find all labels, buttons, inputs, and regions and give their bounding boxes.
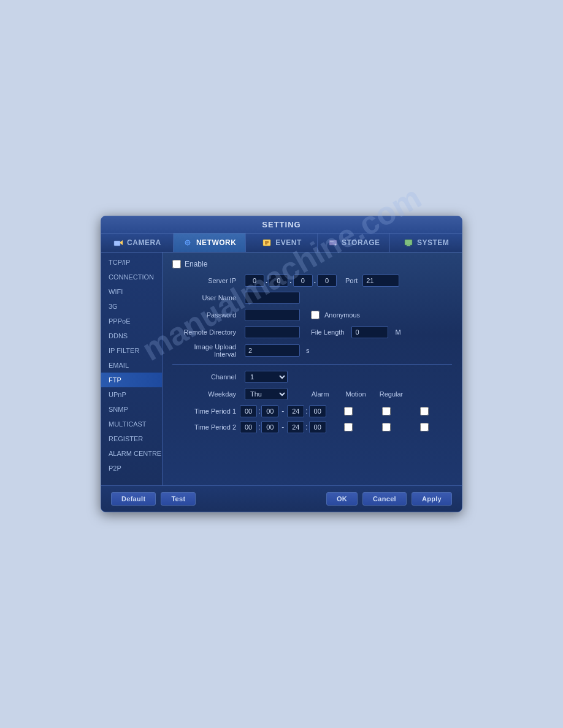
sidebar-item-3g[interactable]: 3G [101, 299, 162, 314]
password-input[interactable] [245, 309, 300, 321]
default-button[interactable]: Default [111, 492, 156, 506]
weekday-select[interactable]: Thu Mon Tue Wed Fri Sat Sun [245, 388, 288, 400]
alarm-col-header: Alarm [305, 390, 335, 398]
sidebar-item-email[interactable]: EMAIL [101, 358, 162, 373]
tp2-end-h[interactable] [287, 421, 304, 433]
sidebar-item-register[interactable]: REGISTER [101, 431, 162, 446]
bottom-bar: Default Test OK Cancel Apply [101, 485, 462, 512]
server-ip-input: . . . [245, 275, 337, 287]
port-input[interactable] [362, 275, 399, 287]
sidebar-item-snmp[interactable]: SNMP [101, 402, 162, 417]
tp1-motion-cell [373, 407, 400, 415]
sidebar-item-tcp-ip[interactable]: TCP/IP [101, 255, 162, 270]
tab-storage[interactable]: STORAGE [318, 233, 390, 252]
port-label: Port [345, 277, 358, 284]
ip-octet-3[interactable] [293, 275, 313, 287]
svg-rect-0 [114, 241, 120, 246]
ip-dot-2: . [289, 276, 291, 285]
sidebar: TCP/IP CONNECTION WIFI 3G PPPoE [101, 252, 163, 485]
ip-dot-1: . [266, 276, 267, 285]
ftp-settings-form: Enable Server IP . . . [163, 252, 462, 485]
time-period-2-label: Time Period 2 [172, 423, 240, 431]
btn-group-right: OK Cancel Apply [326, 492, 452, 506]
svg-rect-12 [330, 241, 334, 242]
sidebar-item-alarm-centre[interactable]: ALARM CENTRE [101, 446, 162, 461]
tab-event[interactable]: EVENT [246, 233, 318, 252]
apply-button[interactable]: Apply [412, 492, 452, 506]
tp1-alarm-cell [335, 407, 362, 415]
tp2-motion-checkbox[interactable] [382, 423, 391, 431]
sidebar-item-ddns[interactable]: DDNS [101, 328, 162, 343]
sidebar-item-connection[interactable]: CONNECTION [101, 270, 162, 284]
sidebar-item-upnp[interactable]: UPnP [101, 387, 162, 402]
storage-icon [327, 238, 339, 247]
tp2-end-m[interactable] [309, 421, 326, 433]
remote-dir-input[interactable] [245, 326, 300, 338]
enable-checkbox[interactable] [172, 260, 181, 268]
svg-point-11 [334, 244, 336, 246]
channel-select[interactable]: 1 [245, 371, 288, 383]
ip-octet-4[interactable] [317, 275, 337, 287]
username-input[interactable] [245, 292, 300, 304]
ip-dot-3: . [314, 276, 316, 285]
test-button[interactable]: Test [161, 492, 196, 506]
sidebar-item-p2p[interactable]: P2P [101, 461, 162, 476]
motion-col-header: Motion [340, 390, 371, 398]
sidebar-item-ftp[interactable]: FTP [101, 373, 162, 387]
tab-camera[interactable]: CAMERA [101, 233, 174, 252]
time-period-2-range: : - : [240, 421, 326, 433]
tp1-start-h[interactable] [240, 405, 257, 417]
tp1-motion-checkbox[interactable] [382, 407, 391, 415]
image-upload-input[interactable] [245, 344, 300, 357]
tab-network[interactable]: NETWORK [174, 233, 246, 252]
server-ip-row: Server IP . . . Port [172, 275, 452, 287]
tp1-end-h[interactable] [287, 405, 304, 417]
svg-rect-14 [407, 245, 410, 246]
channel-row: Channel 1 [172, 371, 452, 383]
tab-storage-label: STORAGE [342, 238, 380, 247]
password-row: Password Anonymous [172, 309, 452, 321]
svg-rect-13 [405, 240, 412, 245]
tp1-end-m[interactable] [309, 405, 326, 417]
tab-system[interactable]: SYSTEM [390, 233, 462, 252]
camera-icon [113, 238, 124, 247]
tp2-start-h[interactable] [240, 421, 257, 433]
ip-octet-2[interactable] [269, 275, 288, 287]
tp2-regular-checkbox[interactable] [420, 423, 429, 431]
cancel-button[interactable]: Cancel [362, 492, 407, 506]
sidebar-item-pppoe[interactable]: PPPoE [101, 314, 162, 328]
channel-label: Channel [172, 373, 240, 381]
image-upload-row: Image Upload Interval s [172, 343, 452, 358]
sidebar-item-ip-filter[interactable]: IP FILTER [101, 343, 162, 358]
network-icon [182, 238, 193, 247]
username-label: User Name [172, 294, 240, 301]
sidebar-item-multicast[interactable]: MULTICAST [101, 417, 162, 431]
content-area: TCP/IP CONNECTION WIFI 3G PPPoE [101, 252, 462, 485]
tp1-regular-checkbox[interactable] [420, 407, 429, 415]
tab-network-label: NETWORK [196, 238, 237, 247]
enable-row: Enable [172, 260, 452, 268]
tp1-alarm-checkbox[interactable] [344, 407, 353, 415]
remote-dir-row: Remote Directory File Length M [172, 326, 452, 338]
tp2-alarm-checkbox[interactable] [344, 423, 353, 431]
svg-marker-1 [120, 240, 123, 245]
regular-col-header: Regular [376, 390, 407, 398]
file-length-label: File Length [311, 328, 344, 336]
tp2-start-m[interactable] [261, 421, 278, 433]
remote-dir-label: Remote Directory [172, 328, 240, 336]
weekday-label: Weekday [172, 390, 240, 398]
image-upload-unit: s [306, 347, 310, 354]
sidebar-item-wifi[interactable]: WIFI [101, 284, 162, 299]
enable-label: Enable [185, 260, 207, 268]
file-length-input[interactable] [351, 326, 388, 338]
time-period-2-row: Time Period 2 : - : [172, 421, 452, 433]
divider [172, 364, 452, 365]
tp1-start-m[interactable] [261, 405, 278, 417]
time-period-1-row: Time Period 1 : - : [172, 405, 452, 417]
weekday-row: Weekday Thu Mon Tue Wed Fri Sat Sun Alar… [172, 388, 452, 400]
tp1-checkboxes [335, 407, 438, 415]
ok-button[interactable]: OK [326, 492, 358, 506]
anonymous-checkbox[interactable] [311, 311, 320, 319]
ip-octet-1[interactable] [245, 275, 264, 287]
tp2-motion-cell [373, 423, 400, 431]
